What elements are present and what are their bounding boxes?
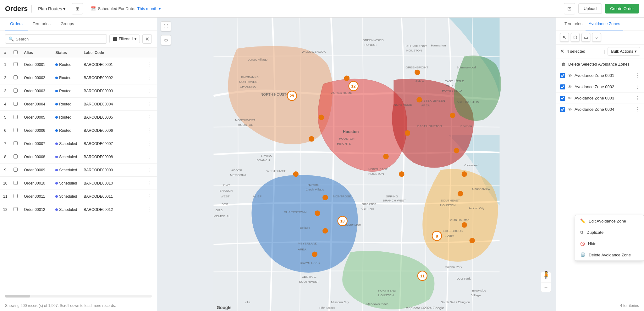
row-checkbox[interactable] <box>14 75 18 79</box>
row-num: 6 <box>0 124 10 137</box>
svg-point-97 <box>399 171 404 177</box>
zone-more-button[interactable]: ⋮ <box>635 84 640 90</box>
row-alias: Order 00008 <box>21 150 52 164</box>
row-more-button[interactable]: ⋮ <box>146 127 154 134</box>
status-indicator <box>55 195 58 198</box>
select-all-checkbox[interactable] <box>14 50 18 54</box>
svg-text:Map data ©2024 Google: Map data ©2024 Google <box>405 306 444 310</box>
row-more-button[interactable]: ⋮ <box>146 74 154 81</box>
context-menu-delete[interactable]: 🗑️ Delete Avoidance Zone <box>575 249 644 260</box>
context-menu-edit[interactable]: ✏️ Edit Avoidance Zone <box>575 215 644 227</box>
zone-checkbox[interactable] <box>560 73 565 78</box>
svg-text:EAST HOUSTON: EAST HOUSTON <box>417 124 442 128</box>
zone-visibility-toggle[interactable]: 👁 <box>568 107 572 112</box>
row-checkbox[interactable] <box>14 102 18 106</box>
layout-icon-button[interactable]: ⊡ <box>564 3 575 14</box>
bulk-actions-button[interactable]: Bulk Actions ▾ <box>608 47 640 56</box>
rectangle-icon: ▭ <box>584 35 588 40</box>
rectangle-tool[interactable]: ▭ <box>581 33 590 42</box>
delete-avoidance-zone-label: Delete Avoidance Zone <box>589 253 631 257</box>
upload-button[interactable]: Upload <box>578 3 602 14</box>
routes-icon-button[interactable]: ⊞ <box>72 3 83 14</box>
circle-tool[interactable]: ○ <box>592 33 601 42</box>
row-checkbox[interactable] <box>14 128 18 132</box>
search-icon: 🔍 <box>8 36 14 41</box>
row-checkbox[interactable] <box>14 194 18 198</box>
table-row: 5 Order 00005 Routed BARCODE00005 ⋮ <box>0 111 157 124</box>
close-selection-button[interactable]: ✕ <box>560 48 564 54</box>
delete-selected-avoidance-zones-item[interactable]: 🗑 Delete Selected Avoidance Zones <box>556 58 644 70</box>
row-num: 5 <box>0 111 10 124</box>
zone-checkbox[interactable] <box>560 84 565 89</box>
zone-more-button[interactable]: ⋮ <box>635 72 640 78</box>
svg-text:GREENWOOD: GREENWOOD <box>362 38 384 42</box>
create-order-button[interactable]: Create Order <box>605 4 639 13</box>
status-indicator <box>55 169 58 171</box>
row-checkbox[interactable] <box>14 115 18 119</box>
svg-text:MONTROSE: MONTROSE <box>333 195 351 198</box>
row-checkbox[interactable] <box>14 154 18 158</box>
zone-more-button[interactable]: ⋮ <box>635 106 640 112</box>
right-tab-territories[interactable]: Territories <box>561 18 586 30</box>
row-checkbox[interactable] <box>14 62 18 66</box>
tab-groups[interactable]: Groups <box>56 18 79 30</box>
row-more-button[interactable]: ⋮ <box>146 153 154 160</box>
zone-name: Avoidance Zone 0004 <box>575 107 633 112</box>
row-checkbox[interactable] <box>14 88 18 93</box>
row-more-button[interactable]: ⋮ <box>146 180 154 187</box>
row-more-button[interactable]: ⋮ <box>146 87 154 94</box>
zone-visibility-toggle[interactable]: 👁 <box>568 73 572 78</box>
svg-text:HOMESTEAD: HOMESTEAD <box>442 89 462 92</box>
zone-visibility-toggle[interactable]: 👁 <box>568 84 572 89</box>
right-tab-avoidance-zones[interactable]: Avoidance Zones <box>586 18 623 30</box>
svg-text:HOUSTON: HOUSTON <box>368 172 384 175</box>
svg-text:GREATER: GREATER <box>362 202 377 206</box>
horizontal-scrollbar-track[interactable] <box>5 295 152 298</box>
row-more-button[interactable]: ⋮ <box>146 61 154 68</box>
map-street-view-avatar[interactable]: 🧍 <box>542 271 551 280</box>
fullscreen-button[interactable]: ⛶ <box>161 21 171 31</box>
tab-orders[interactable]: Orders <box>5 18 28 30</box>
row-more-button[interactable]: ⋮ <box>146 100 154 108</box>
row-checkbox[interactable] <box>14 181 18 185</box>
row-more-button[interactable]: ⋮ <box>146 166 154 174</box>
row-action-cell: ⋮ <box>143 150 157 164</box>
plan-routes-button[interactable]: Plan Routes ▾ <box>36 5 68 13</box>
zoom-out-button[interactable]: − <box>541 282 551 292</box>
divider2 <box>87 5 87 13</box>
map-container[interactable]: NORTH HOUSTON Houston HOUSTON HEIGHTS EA… <box>157 18 556 311</box>
zone-more-button[interactable]: ⋮ <box>635 95 640 101</box>
row-more-button[interactable]: ⋮ <box>146 114 154 121</box>
selection-divider: | <box>604 49 605 54</box>
filter-button[interactable]: ⬛ Filters: 1 ▾ <box>109 35 140 43</box>
zone-visibility-toggle[interactable]: 👁 <box>568 96 572 101</box>
avoidance-zone-item[interactable]: 👁 Avoidance Zone 0003 ⋮ <box>556 93 644 104</box>
search-input[interactable] <box>16 37 103 41</box>
context-menu-hide[interactable]: 🚫 Hide <box>575 238 644 249</box>
avoidance-zone-item[interactable]: 👁 Avoidance Zone 0002 ⋮ <box>556 81 644 93</box>
cursor-tool[interactable]: ↖ <box>560 33 569 42</box>
row-more-button[interactable]: ⋮ <box>146 193 154 200</box>
header: Orders Plan Routes ▾ ⊞ 📅 Scheduled For D… <box>0 0 644 18</box>
horizontal-scrollbar-thumb[interactable] <box>5 295 30 298</box>
svg-text:AREA: AREA <box>421 104 430 107</box>
row-more-button[interactable]: ⋮ <box>146 206 154 213</box>
row-checkbox[interactable] <box>14 207 18 211</box>
row-checkbox[interactable] <box>14 168 18 172</box>
polygon-tool[interactable]: ⬡ <box>571 33 580 42</box>
avoidance-zone-item[interactable]: 👁 Avoidance Zone 0004 ⋮ <box>556 104 644 115</box>
svg-point-101 <box>450 113 455 118</box>
schedule-value[interactable]: This month ▾ <box>137 6 161 11</box>
zone-checkbox[interactable] <box>560 107 565 112</box>
settings-button[interactable]: ⚙ <box>161 35 171 45</box>
clear-filter-button[interactable]: ✕ <box>142 34 152 44</box>
tab-territories[interactable]: Territories <box>28 18 56 30</box>
right-panel: Territories Avoidance Zones ↖ ⬡ ▭ ○ <box>556 18 644 311</box>
zone-checkbox[interactable] <box>560 96 565 101</box>
svg-text:EASTEX-JENSEN: EASTEX-JENSEN <box>419 99 445 102</box>
context-menu-duplicate[interactable]: ⧉ Duplicate <box>575 227 644 238</box>
row-checkbox[interactable] <box>14 141 18 145</box>
status-indicator <box>55 208 58 211</box>
row-more-button[interactable]: ⋮ <box>146 140 154 147</box>
avoidance-zone-item[interactable]: 👁 Avoidance Zone 0001 ⋮ <box>556 70 644 81</box>
